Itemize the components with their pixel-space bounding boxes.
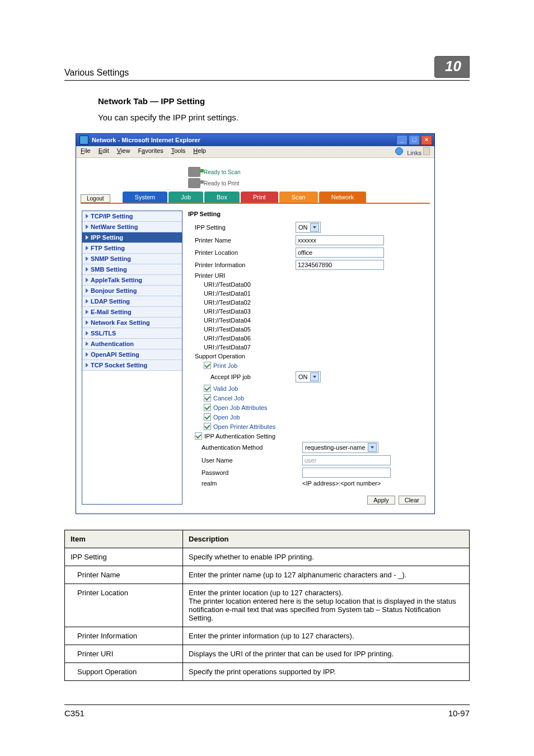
- table-row: Printer Name Enter the printer name (up …: [65, 566, 470, 584]
- realm-value: <IP address>:<port number>: [302, 480, 381, 487]
- ie-menubar: File Edit View Favorites Tools Help Link…: [76, 146, 434, 158]
- uri-row: URI://TestData00: [188, 280, 429, 289]
- close-button[interactable]: ×: [421, 135, 432, 145]
- nav-appletalk[interactable]: AppleTalk Setting: [82, 275, 182, 286]
- label-accept-ipp: Accept IPP job: [210, 374, 296, 380]
- input-printer-location[interactable]: [296, 248, 384, 258]
- logout-button[interactable]: Logout: [81, 194, 110, 203]
- chapter-number-badge: 10: [434, 56, 470, 78]
- op-cancel-job: Cancel Job: [213, 395, 244, 402]
- nav-smb[interactable]: SMB Setting: [82, 264, 182, 275]
- links-bar[interactable]: Links: [395, 147, 430, 156]
- label-printer-name: Printer Name: [195, 237, 296, 244]
- op-open-job: Open Job: [213, 414, 240, 421]
- uri-row: URI://TestData05: [188, 325, 429, 334]
- network-side-nav: TCP/IP Setting NetWare Setting IPP Setti…: [82, 211, 182, 505]
- op-valid-job: Valid Job: [213, 385, 238, 392]
- label-printer-info: Printer Information: [195, 262, 296, 268]
- uri-row: URI://TestData01: [188, 289, 429, 298]
- device-status-area: Ready to Scan Ready to Print: [76, 158, 434, 192]
- window-titlebar: Network - Microsoft Internet Explorer _ …: [76, 134, 434, 146]
- checkbox-cancel-job[interactable]: [204, 394, 211, 402]
- uri-row: URI://TestData03: [188, 307, 429, 316]
- label-realm: realm: [195, 480, 302, 487]
- table-row: Printer Location Enter the printer locat…: [65, 584, 470, 627]
- label-support-op: Support Operation: [195, 353, 296, 360]
- section-running-head: Various Settings: [64, 68, 129, 78]
- printer-icon: [188, 178, 200, 188]
- uri-row: URI://TestData02: [188, 298, 429, 307]
- nav-ipp[interactable]: IPP Setting: [82, 232, 182, 243]
- menu-tools[interactable]: Tools: [171, 147, 186, 156]
- chevron-down-icon: [368, 443, 377, 452]
- section-body: You can specify the IPP print settings.: [98, 113, 470, 122]
- checkbox-print-job[interactable]: [204, 362, 211, 369]
- menu-file[interactable]: File: [81, 147, 91, 156]
- label-user-name: User Name: [195, 457, 302, 464]
- label-ipp-auth: IPP Authentication Setting: [204, 433, 275, 440]
- input-printer-info[interactable]: [296, 260, 384, 270]
- checkbox-open-printer-attr[interactable]: [204, 423, 211, 430]
- uri-row: URI://TestData04: [188, 316, 429, 325]
- checkbox-open-job-attr[interactable]: [204, 404, 211, 411]
- menu-edit[interactable]: Edit: [99, 147, 109, 156]
- nav-email[interactable]: E-Mail Setting: [82, 307, 182, 318]
- status-scan: Ready to Scan: [204, 169, 241, 175]
- uri-row: URI://TestData07: [188, 343, 429, 352]
- nav-tcpip[interactable]: TCP/IP Setting: [82, 211, 182, 222]
- op-open-printer-attr: Open Printer Attributes: [213, 423, 275, 430]
- footer-page: 10-97: [448, 708, 470, 718]
- nav-openapi[interactable]: OpenAPI Setting: [82, 349, 182, 360]
- label-printer-location: Printer Location: [195, 249, 296, 256]
- label-printer-uri: Printer URI: [195, 272, 296, 279]
- tab-system[interactable]: System: [123, 192, 168, 203]
- th-desc: Description: [183, 530, 470, 548]
- nav-snmp[interactable]: SNMP Setting: [82, 254, 182, 264]
- section-heading: Network Tab — IPP Setting: [98, 96, 470, 106]
- op-open-job-attr: Open Job Attributes: [213, 404, 268, 411]
- apply-button[interactable]: Apply: [367, 496, 395, 505]
- ipp-form-area: IPP Setting IPP Setting ON Printer Name …: [188, 211, 429, 505]
- nav-ldap[interactable]: LDAP Setting: [82, 296, 182, 307]
- menu-help[interactable]: Help: [193, 147, 206, 156]
- label-auth-method: Authentication Method: [195, 444, 302, 451]
- window-title: Network - Microsoft Internet Explorer: [92, 137, 200, 143]
- status-print: Ready to Print: [204, 180, 239, 186]
- tab-scan[interactable]: Scan: [279, 192, 318, 203]
- select-accept-ipp[interactable]: ON: [296, 371, 321, 382]
- checkbox-ipp-auth[interactable]: [195, 432, 202, 440]
- tab-box[interactable]: Box: [204, 192, 240, 203]
- checkbox-open-job[interactable]: [204, 413, 211, 421]
- nav-bonjour[interactable]: Bonjour Setting: [82, 286, 182, 296]
- checkbox-valid-job[interactable]: [204, 385, 211, 392]
- th-item: Item: [65, 530, 183, 548]
- uri-row: URI://TestData06: [188, 334, 429, 343]
- nav-ssltls[interactable]: SSL/TLS: [82, 328, 182, 339]
- menu-favorites[interactable]: Favorites: [138, 147, 163, 156]
- minimize-button[interactable]: _: [396, 135, 407, 145]
- table-row: Printer Information Enter the printer in…: [65, 627, 470, 645]
- ie-icon: [79, 136, 88, 144]
- select-auth-method[interactable]: requesting-user-name: [302, 442, 378, 453]
- tab-network[interactable]: Network: [319, 192, 366, 203]
- table-row: Printer URI Displays the URI of the prin…: [65, 645, 470, 663]
- menu-view[interactable]: View: [117, 147, 130, 156]
- description-table: Item Description IPP Setting Specify whe…: [64, 530, 470, 681]
- clear-button[interactable]: Clear: [399, 496, 425, 505]
- tab-job[interactable]: Job: [168, 192, 203, 203]
- nav-netfax[interactable]: Network Fax Setting: [82, 318, 182, 328]
- input-printer-name[interactable]: [296, 235, 384, 245]
- tab-print[interactable]: Print: [241, 192, 278, 203]
- maximize-button[interactable]: □: [409, 135, 420, 145]
- nav-tcpsocket[interactable]: TCP Socket Setting: [82, 360, 182, 371]
- scanner-icon: [188, 167, 200, 177]
- table-row: Support Operation Specify the print oper…: [65, 663, 470, 681]
- chevron-right-icon: [423, 147, 430, 155]
- label-ipp-setting: IPP Setting: [195, 224, 296, 231]
- input-password[interactable]: [302, 468, 391, 478]
- nav-netware[interactable]: NetWare Setting: [82, 222, 182, 232]
- nav-ftp[interactable]: FTP Setting: [82, 243, 182, 254]
- input-user-name[interactable]: [302, 455, 391, 465]
- select-ipp-setting[interactable]: ON: [296, 222, 321, 233]
- nav-auth[interactable]: Authentication: [82, 339, 182, 349]
